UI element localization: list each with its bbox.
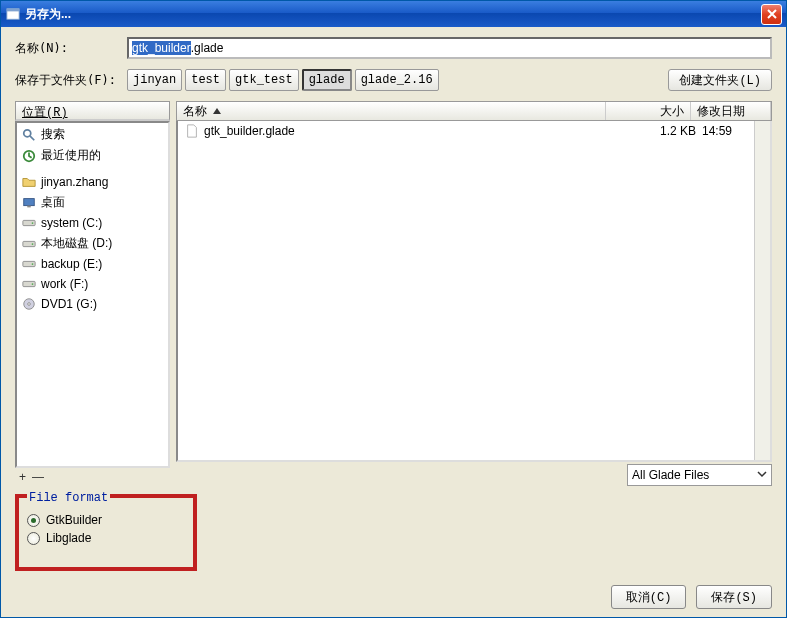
- dvd-icon: [21, 296, 37, 312]
- location-item[interactable]: 桌面: [17, 192, 168, 213]
- search-icon: [21, 127, 37, 143]
- window-title: 另存为...: [25, 6, 761, 23]
- svg-rect-1: [7, 9, 19, 12]
- file-format-option[interactable]: GtkBuilder: [27, 513, 185, 527]
- svg-rect-6: [27, 205, 31, 207]
- path-segment[interactable]: gtk_test: [229, 69, 299, 91]
- file-icon: [184, 123, 200, 139]
- file-format-label: GtkBuilder: [46, 513, 102, 527]
- location-label: 搜索: [41, 126, 65, 143]
- file-list[interactable]: gtk_builder.glade1.2 KB14:59: [176, 121, 772, 462]
- file-browser: 位置(R) 搜索最近使用的jinyan.zhang桌面system (C:)本地…: [15, 101, 772, 486]
- location-item[interactable]: DVD1 (G:): [17, 294, 168, 314]
- radio-icon: [27, 514, 40, 527]
- location-item[interactable]: 最近使用的: [17, 145, 168, 166]
- file-format-option[interactable]: Libglade: [27, 531, 185, 545]
- chevron-down-icon: [757, 468, 767, 482]
- location-item[interactable]: backup (E:): [17, 254, 168, 274]
- radio-icon: [27, 532, 40, 545]
- file-type-filter[interactable]: All Glade Files: [627, 464, 772, 486]
- col-name-header[interactable]: 名称: [177, 102, 606, 120]
- save-as-dialog: 另存为... 名称(N): gtk_builder.glade 保存于文件夹(F…: [0, 0, 787, 618]
- file-format-group: File format GtkBuilderLibglade: [15, 494, 197, 571]
- path-segments: jinyantestgtk_testgladeglade_2.16: [127, 69, 439, 91]
- cancel-button[interactable]: 取消(C): [611, 585, 687, 609]
- location-item[interactable]: system (C:): [17, 213, 168, 233]
- location-item[interactable]: 本地磁盘 (D:): [17, 233, 168, 254]
- close-icon: [767, 9, 777, 19]
- file-format-label: Libglade: [46, 531, 91, 545]
- path-segment[interactable]: jinyan: [127, 69, 182, 91]
- location-label: system (C:): [41, 216, 102, 230]
- col-size-header[interactable]: 大小: [606, 102, 691, 120]
- add-location-button[interactable]: +: [19, 470, 26, 484]
- location-label: jinyan.zhang: [41, 175, 108, 189]
- app-icon: [5, 6, 21, 22]
- file-size: 1.2 KB: [617, 124, 702, 138]
- path-row: 保存于文件夹(F): jinyantestgtk_testgladeglade_…: [15, 69, 772, 91]
- location-label: 最近使用的: [41, 147, 101, 164]
- titlebar[interactable]: 另存为...: [1, 1, 786, 27]
- folder-icon: [21, 174, 37, 190]
- location-label: backup (E:): [41, 257, 102, 271]
- file-pane: 名称 大小 修改日期 gtk_builder.glade1.2 KB14:59 …: [176, 101, 772, 486]
- close-button[interactable]: [761, 4, 782, 25]
- filter-label: All Glade Files: [632, 468, 709, 482]
- svg-point-16: [28, 303, 31, 306]
- location-label: 本地磁盘 (D:): [41, 235, 112, 252]
- remove-location-button[interactable]: —: [32, 470, 44, 484]
- save-button[interactable]: 保存(S): [696, 585, 772, 609]
- file-row[interactable]: gtk_builder.glade1.2 KB14:59: [178, 121, 770, 141]
- path-segment[interactable]: glade: [302, 69, 352, 91]
- recent-icon: [21, 148, 37, 164]
- filename-row: 名称(N): gtk_builder.glade: [15, 37, 772, 59]
- path-label: 保存于文件夹(F):: [15, 72, 123, 89]
- svg-point-10: [32, 243, 34, 245]
- path-segment[interactable]: test: [185, 69, 226, 91]
- drive-icon: [21, 276, 37, 292]
- locations-tools: + —: [15, 468, 170, 486]
- filename-rest-part: .glade: [191, 41, 224, 55]
- scrollbar-vertical[interactable]: [754, 121, 770, 460]
- action-row: 取消(C) 保存(S): [15, 581, 772, 609]
- location-item[interactable]: 搜索: [17, 124, 168, 145]
- svg-line-3: [30, 135, 34, 139]
- create-folder-button[interactable]: 创建文件夹(L): [668, 69, 772, 91]
- locations-panel: 位置(R) 搜索最近使用的jinyan.zhang桌面system (C:)本地…: [15, 101, 170, 486]
- drive-icon: [21, 256, 37, 272]
- drive-icon: [21, 215, 37, 231]
- drive-icon: [21, 236, 37, 252]
- filename-input[interactable]: gtk_builder.glade: [127, 37, 772, 59]
- sort-asc-icon: [213, 108, 221, 114]
- file-columns-header: 名称 大小 修改日期: [176, 101, 772, 121]
- svg-rect-5: [24, 198, 35, 205]
- col-date-header[interactable]: 修改日期: [691, 102, 771, 120]
- location-item[interactable]: work (F:): [17, 274, 168, 294]
- svg-point-12: [32, 263, 34, 265]
- dialog-content: 名称(N): gtk_builder.glade 保存于文件夹(F): jiny…: [1, 27, 786, 617]
- svg-point-2: [24, 129, 31, 136]
- desktop-icon: [21, 195, 37, 211]
- locations-header[interactable]: 位置(R): [15, 101, 170, 121]
- location-label: work (F:): [41, 277, 88, 291]
- filename-selected-part: gtk_builder: [132, 41, 191, 55]
- file-name: gtk_builder.glade: [204, 124, 617, 138]
- filename-label: 名称(N):: [15, 40, 123, 57]
- path-segment[interactable]: glade_2.16: [355, 69, 439, 91]
- file-format-legend: File format: [27, 491, 110, 505]
- location-label: DVD1 (G:): [41, 297, 97, 311]
- location-label: 桌面: [41, 194, 65, 211]
- svg-point-8: [32, 222, 34, 224]
- location-item[interactable]: jinyan.zhang: [17, 172, 168, 192]
- locations-list[interactable]: 搜索最近使用的jinyan.zhang桌面system (C:)本地磁盘 (D:…: [15, 121, 170, 468]
- svg-point-14: [32, 283, 34, 285]
- filter-row: All Glade Files: [176, 464, 772, 486]
